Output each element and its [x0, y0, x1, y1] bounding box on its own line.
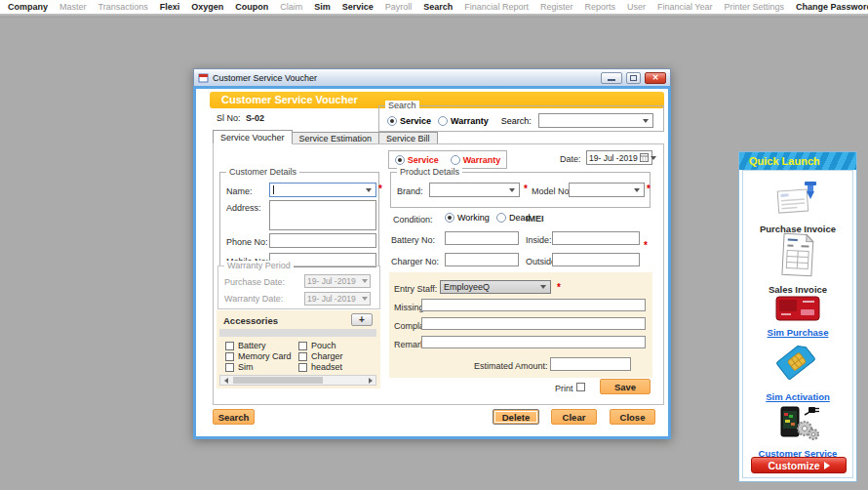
arrow-right-icon: [369, 378, 373, 384]
required-marker: *: [647, 184, 651, 194]
sim-purchase-icon: [775, 296, 820, 321]
accessory-battery-checkbox[interactable]: Battery: [225, 341, 266, 350]
charger-no-input[interactable]: [445, 253, 519, 266]
save-button[interactable]: Save: [600, 379, 651, 394]
clear-button[interactable]: Clear: [551, 409, 597, 425]
menu-item-oxygen[interactable]: Oxygen: [191, 2, 223, 12]
window-titlebar[interactable]: Customer Service Voucher ✕: [193, 68, 671, 86]
quick-launch-sim-activation[interactable]: Sim Activation: [743, 339, 852, 402]
menu-item-printer-settings[interactable]: Printer Settings: [724, 2, 784, 12]
minimize-button[interactable]: [601, 72, 622, 84]
customize-button[interactable]: Customize: [751, 457, 847, 473]
accessory-battery-label: Battery: [238, 341, 266, 350]
close-icon: ✕: [652, 74, 659, 82]
required-marker: *: [524, 184, 528, 194]
chevron-down-icon: [509, 188, 515, 192]
accessory-pouch-checkbox[interactable]: Pouch: [298, 341, 336, 350]
menu-item-register[interactable]: Register: [540, 2, 573, 12]
charger-no-label: Charger No:: [391, 257, 439, 266]
radio-checked-icon: [387, 116, 397, 126]
radio-unchecked-icon: [451, 155, 460, 165]
search-button[interactable]: Search: [213, 409, 255, 425]
menu-item-payroll[interactable]: Payroll: [385, 2, 413, 12]
quick-launch-sales-invoice[interactable]: Sales Invoice: [743, 231, 852, 295]
add-accessory-button[interactable]: +: [351, 313, 373, 326]
menu-item-reports[interactable]: Reports: [584, 2, 615, 12]
scroll-right-arrow[interactable]: [365, 376, 375, 385]
type-service-radio-label: Service: [408, 155, 439, 165]
search-warranty-radio[interactable]: Warranty: [438, 116, 489, 126]
scroll-left-arrow[interactable]: [220, 376, 231, 385]
menu-item-search[interactable]: Search: [423, 2, 453, 12]
address-textarea[interactable]: [269, 200, 376, 230]
print-checkbox[interactable]: [576, 383, 585, 391]
accessory-charger-checkbox[interactable]: Charger: [298, 351, 343, 361]
type-warranty-radio[interactable]: Warranty: [451, 155, 501, 165]
date-picker[interactable]: 19- Jul -2019: [586, 150, 652, 165]
search-combobox[interactable]: [538, 113, 653, 128]
brand-combobox[interactable]: [429, 183, 520, 197]
maximize-button[interactable]: [626, 72, 641, 84]
warranty-date-picker[interactable]: 19- Jul -2019: [304, 292, 371, 306]
accessories-title: Accessories: [223, 315, 278, 326]
menu-item-financial-year[interactable]: Financial Year: [657, 2, 713, 12]
menu-item-coupon[interactable]: Coupon: [235, 2, 268, 12]
menu-item-master[interactable]: Master: [59, 2, 87, 12]
accessory-headset-checkbox[interactable]: headset: [298, 362, 342, 372]
scrollbar-thumb[interactable]: [233, 377, 323, 384]
menu-item-claim[interactable]: Claim: [280, 2, 302, 12]
customer-service-voucher-window: Customer Service Voucher ✕ Customer Serv…: [193, 68, 671, 439]
remark-input[interactable]: [421, 336, 646, 348]
quick-launch-purchase-invoice[interactable]: Purchase Invoice: [743, 181, 852, 234]
model-label: Model No:: [532, 186, 572, 196]
complaint-input[interactable]: [421, 317, 646, 330]
type-warranty-radio-label: Warranty: [463, 155, 501, 165]
warranty-date-label: Warranty Date:: [224, 294, 283, 304]
menu-item-sim[interactable]: Sim: [314, 2, 331, 12]
menu-item-change-password[interactable]: Change Password: [796, 2, 868, 12]
entry-panel: Entry Staff: EmployeeQ * Missing: Compla…: [389, 272, 652, 378]
service-voucher-tab-panel: Service Warranty Date: 19- Jul -2019: [213, 143, 664, 405]
warranty-period-groupbox: Warranty Period Purchase Date: 19- Jul -…: [217, 265, 380, 309]
menu-item-transactions[interactable]: Transactions: [99, 2, 148, 12]
accessory-memory-card-checkbox[interactable]: Memory Card: [225, 351, 292, 361]
quick-launch-sim-purchase[interactable]: Sim Purchase: [743, 296, 852, 338]
tab-strip: Service Voucher Service Estimation Servi…: [213, 130, 437, 144]
required-marker: *: [644, 240, 648, 251]
model-combobox[interactable]: [569, 183, 645, 197]
menu-item-flexi[interactable]: Flexi: [160, 2, 180, 12]
menu-item-financial-report[interactable]: Financial Report: [464, 2, 529, 12]
chevron-down-icon: [362, 297, 368, 301]
missing-input[interactable]: [421, 299, 646, 311]
imei-outside-input[interactable]: [552, 253, 640, 266]
estimated-amount-input[interactable]: [550, 357, 631, 371]
radio-unchecked-icon: [438, 116, 448, 126]
accessories-scrollbar[interactable]: [219, 375, 376, 386]
menu-item-user[interactable]: User: [627, 2, 646, 12]
calendar-icon: [640, 153, 649, 162]
chevron-down-icon: [366, 188, 372, 192]
menu-item-service[interactable]: Service: [342, 2, 374, 12]
search-service-radio[interactable]: Service: [387, 116, 431, 126]
phone-input[interactable]: [269, 233, 376, 248]
purchase-date-picker[interactable]: 19- Jul -2019: [304, 274, 371, 288]
quick-launch-customer-service[interactable]: Customer Service: [743, 405, 852, 459]
menu-item-company[interactable]: Company: [8, 2, 48, 12]
window-client-area: Customer Service Voucher Sl No: S-02 Sea…: [193, 86, 671, 439]
tab-service-voucher[interactable]: Service Voucher: [213, 130, 293, 144]
type-service-radio[interactable]: Service: [395, 155, 439, 165]
battery-no-input[interactable]: [445, 231, 519, 245]
imei-inside-input[interactable]: [552, 231, 640, 245]
delete-button[interactable]: Delete: [493, 409, 539, 425]
phone-label: Phone No:: [226, 237, 268, 247]
customer-name-combobox[interactable]: [269, 183, 376, 197]
search-service-radio-label: Service: [400, 116, 431, 126]
condition-working-radio[interactable]: Working: [445, 213, 490, 223]
accessory-sim-checkbox[interactable]: Sim: [225, 362, 254, 372]
close-button[interactable]: ✕: [645, 72, 666, 84]
entry-staff-combobox[interactable]: EmployeeQ: [440, 280, 551, 294]
search-groupbox: Search Service Warranty Search:: [378, 105, 664, 132]
warranty-date-value: 19- Jul -2019: [307, 294, 360, 304]
inside-label: Inside:: [526, 235, 552, 245]
close-form-button[interactable]: Close: [610, 409, 655, 425]
